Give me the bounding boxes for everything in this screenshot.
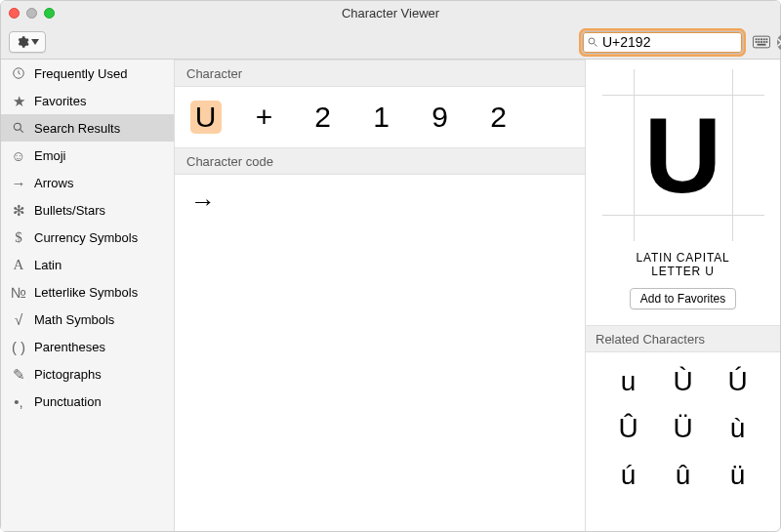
svg-point-15 (14, 123, 21, 130)
sidebar-item-emoji[interactable]: ☺ Emoji (1, 142, 174, 169)
add-to-favorites-button[interactable]: Add to Favorites (630, 288, 736, 309)
related-characters-header: Related Characters (586, 325, 780, 352)
sqrt-icon: √ (11, 312, 26, 327)
smile-icon: ☺ (11, 148, 26, 163)
character-glyph[interactable]: 1 (366, 101, 397, 134)
main-column: Character U + 2 1 9 2 Character code → (175, 60, 585, 531)
clock-icon (11, 66, 26, 80)
sidebar-item-label: Parentheses (34, 340, 105, 354)
related-character[interactable]: ü (713, 454, 763, 497)
svg-point-0 (589, 38, 595, 44)
chevron-down-icon (31, 39, 39, 45)
character-code-row: → (175, 175, 585, 228)
related-character[interactable]: Ù (658, 360, 709, 403)
character-glyph[interactable]: + (249, 101, 280, 134)
sidebar-item-label: Punctuation (34, 394, 102, 409)
svg-line-1 (595, 44, 597, 47)
search-icon (587, 36, 598, 48)
character-glyph[interactable]: U (190, 101, 222, 134)
glyph-preview-character: U (644, 102, 721, 209)
related-characters-grid: u Ù Ú Û Ü ù ú û ü (603, 360, 763, 497)
asterisk-icon: ✻ (11, 203, 26, 218)
titlebar: Character Viewer (1, 1, 780, 25)
related-character[interactable]: Û (603, 407, 654, 450)
character-glyph[interactable]: 2 (483, 101, 514, 134)
star-icon: ★ (11, 94, 26, 108)
search-field[interactable] (582, 31, 743, 54)
sidebar-item-label: Pictographs (34, 367, 102, 382)
close-window-button[interactable] (9, 8, 20, 19)
sidebar-item-currency[interactable]: $ Currency Symbols (1, 224, 174, 251)
sidebar-item-label: Bullets/Stars (34, 203, 105, 218)
content: Character U + 2 1 9 2 Character code → (175, 60, 780, 531)
sidebar-item-latin[interactable]: A Latin (1, 251, 174, 278)
sidebar-item-parentheses[interactable]: ( ) Parentheses (1, 333, 174, 360)
search-input[interactable] (602, 34, 773, 50)
character-glyph[interactable]: 2 (308, 101, 339, 134)
related-character[interactable]: ù (713, 407, 763, 450)
gear-icon (16, 35, 29, 49)
minimize-window-button[interactable] (26, 8, 37, 19)
zoom-window-button[interactable] (44, 8, 55, 19)
svg-line-16 (21, 130, 23, 133)
sidebar-item-label: Frequently Used (34, 66, 127, 81)
svg-rect-4 (758, 38, 760, 40)
window-controls (9, 8, 55, 19)
svg-rect-3 (756, 38, 758, 40)
character-viewer-window: Character Viewer (0, 0, 781, 532)
related-character[interactable]: Ü (658, 407, 709, 450)
arrow-icon: → (11, 176, 26, 190)
sidebar-item-pictographs[interactable]: ✎ Pictographs (1, 360, 174, 388)
character-code-section-header: Character code (175, 147, 585, 175)
clear-search-button[interactable] (777, 35, 781, 50)
window-title: Character Viewer (1, 6, 780, 20)
detail-panel: U LATIN CAPITAL LETTER U Add to Favorite… (585, 60, 780, 531)
character-section-header: Character (175, 60, 585, 87)
sidebar-item-label: Emoji (34, 148, 66, 163)
related-character[interactable]: Ú (713, 360, 763, 403)
keyboard-viewer-button[interactable] (751, 31, 772, 53)
toolbar (1, 25, 780, 60)
body: Frequently Used ★ Favorites Search Resul… (1, 60, 780, 531)
sidebar-item-label: Arrows (34, 176, 73, 190)
svg-rect-6 (763, 38, 765, 40)
related-character[interactable]: ú (603, 454, 654, 497)
dollar-icon: $ (11, 230, 26, 245)
sidebar-item-label: Search Results (34, 121, 120, 136)
svg-rect-9 (758, 41, 760, 43)
latin-icon: A (11, 258, 26, 272)
sidebar-item-frequently-used[interactable]: Frequently Used (1, 60, 174, 87)
sidebar-item-math[interactable]: √ Math Symbols (1, 306, 174, 333)
sidebar-item-letterlike[interactable]: № Letterlike Symbols (1, 278, 174, 306)
sidebar-item-arrows[interactable]: → Arrows (1, 169, 174, 196)
svg-rect-10 (760, 41, 762, 43)
svg-rect-11 (763, 41, 765, 43)
sidebar-item-punctuation[interactable]: •, Punctuation (1, 388, 174, 415)
punctuation-icon: •, (11, 394, 26, 409)
pictograph-icon: ✎ (11, 367, 26, 382)
sidebar-item-label: Letterlike Symbols (34, 285, 138, 300)
code-glyph[interactable]: → (190, 186, 216, 216)
svg-rect-8 (756, 41, 758, 43)
sidebar-item-label: Currency Symbols (34, 230, 138, 245)
sidebar-item-label: Favorites (34, 94, 86, 108)
magnifier-icon (11, 121, 26, 135)
character-row: U + 2 1 9 2 (175, 87, 585, 147)
sidebar-item-label: Math Symbols (34, 312, 114, 327)
character-glyph[interactable]: 9 (425, 101, 456, 134)
svg-rect-5 (760, 38, 762, 40)
parens-icon: ( ) (11, 340, 26, 354)
sidebar: Frequently Used ★ Favorites Search Resul… (1, 60, 175, 531)
glyph-preview: U (610, 77, 757, 233)
sidebar-item-bullets-stars[interactable]: ✻ Bullets/Stars (1, 196, 174, 224)
sidebar-item-label: Latin (34, 258, 62, 272)
numero-icon: № (11, 285, 26, 300)
related-character[interactable]: û (658, 454, 709, 497)
settings-menu-button[interactable] (9, 31, 46, 53)
sidebar-item-search-results[interactable]: Search Results (1, 114, 174, 142)
sidebar-item-favorites[interactable]: ★ Favorites (1, 87, 174, 114)
related-character[interactable]: u (603, 360, 654, 403)
character-name: LATIN CAPITAL LETTER U (629, 251, 738, 278)
svg-rect-7 (766, 38, 768, 40)
svg-rect-13 (758, 44, 766, 46)
